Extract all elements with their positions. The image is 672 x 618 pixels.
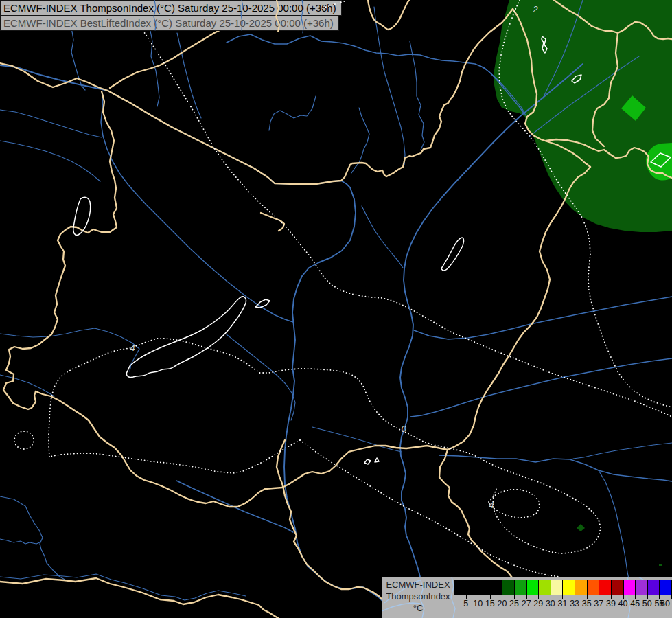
- legend-swatch: [562, 580, 575, 595]
- legend-swatch: [659, 580, 672, 595]
- legend-title: ECMWF-INDEX ThompsonIndex °C: [382, 579, 454, 614]
- legend-bin-value: 5: [463, 599, 468, 608]
- contour-value-label: 4: [489, 501, 494, 510]
- legend-swatch: [647, 580, 660, 595]
- legend-bin-value: 37: [594, 599, 603, 608]
- legend-swatch: [490, 580, 503, 595]
- legend-swatch: [611, 580, 624, 595]
- legend-swatch: [478, 580, 491, 595]
- legend-bin-value: 15: [485, 599, 495, 608]
- green-region-layer: [494, 0, 672, 566]
- legend-title-line1: ECMWF-INDEX: [382, 579, 454, 591]
- contour-value-label: 2: [533, 5, 537, 14]
- legend-swatch: [599, 580, 612, 595]
- legend-swatch: [526, 580, 540, 595]
- legend-bin-value: 45: [630, 599, 640, 608]
- legend-bin-value: 29: [533, 599, 543, 608]
- weather-map-screen: 2404 ECMWF-INDEX ThompsonIndex (°C) Satu…: [0, 0, 672, 618]
- small-green-diamond: [577, 524, 585, 531]
- color-legend: ECMWF-INDEX ThompsonIndex °C 51015202527…: [382, 577, 672, 618]
- legend-bin-value: 39: [606, 599, 616, 608]
- legend-bin-value: 10: [473, 599, 483, 608]
- legend-swatch: [466, 580, 479, 595]
- legend-swatch: [502, 580, 515, 595]
- contour-value-label: 4: [130, 343, 135, 352]
- legend-bin-value: 40: [618, 599, 628, 608]
- lake-velence-outline: [255, 299, 270, 308]
- legend-bin-value: 60: [660, 599, 670, 608]
- lake-balaton-outline: [126, 297, 246, 377]
- legend-bin-value: 20: [497, 599, 507, 608]
- legend-title-line2: ThompsonIndex: [382, 591, 454, 602]
- legend-bin-value: 35: [582, 599, 592, 608]
- small-green-speck: [659, 564, 662, 566]
- map-canvas[interactable]: [0, 0, 672, 618]
- legend-swatch: [587, 580, 600, 595]
- legend-bin-value: 27: [522, 599, 531, 608]
- legend-swatch: [538, 580, 551, 595]
- legend-swatch: [551, 580, 564, 595]
- map-subtitle: ECMWF-INDEX BestLiftedIndex (°C) Saturda…: [0, 15, 339, 31]
- lake-tisza-outline: [441, 238, 464, 271]
- contour-value-label: 0: [401, 424, 406, 433]
- legend-swatch: [623, 580, 636, 595]
- map-title: ECMWF-INDEX ThompsonIndex (°C) Saturday …: [0, 0, 342, 16]
- legend-bin-value: 31: [558, 599, 568, 608]
- legend-swatch: [635, 580, 648, 595]
- legend-swatch: [575, 580, 588, 595]
- legend-swatch: [454, 580, 467, 595]
- legend-bin-value: 25: [509, 599, 519, 608]
- legend-bin-value: 33: [570, 599, 579, 608]
- legend-title-line3: °C: [382, 602, 454, 614]
- legend-bin-value: 30: [546, 599, 555, 608]
- legend-swatch: [514, 580, 527, 595]
- legend-bin-value: 50: [642, 599, 652, 608]
